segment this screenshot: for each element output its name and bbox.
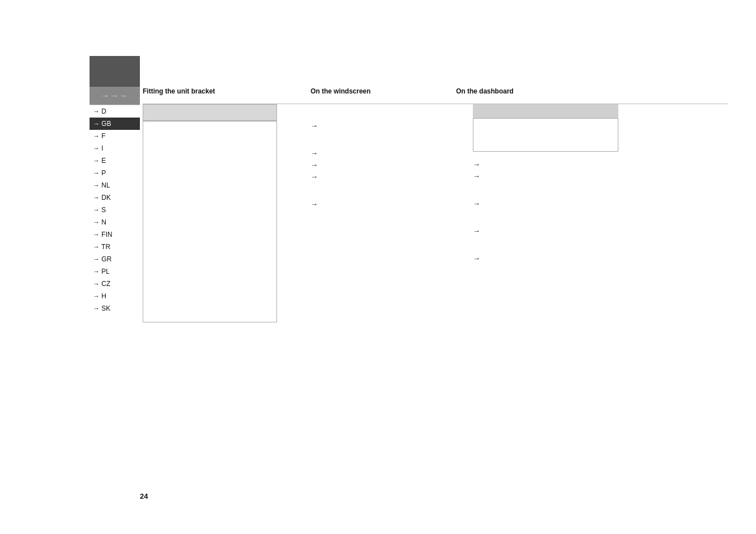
sidebar-item-cz[interactable]: → CZ — [90, 278, 140, 290]
col3-content: → → → → → — [473, 104, 641, 264]
sidebar-item-e[interactable]: → E — [90, 154, 140, 167]
sidebar: →→→ → D→ GB→ F→ I→ E→ P→ NL→ DK→ S→ N→ F… — [90, 56, 140, 315]
sidebar-item-pl[interactable]: → PL — [90, 265, 140, 278]
dashboard-arrow-4: → — [473, 225, 641, 237]
page-container: →→→ → D→ GB→ F→ I→ E→ P→ NL→ DK→ S→ N→ F… — [0, 0, 756, 534]
page-number: 24 — [140, 492, 148, 500]
dashboard-top-bar — [473, 104, 618, 118]
sidebar-item-i[interactable]: → I — [90, 142, 140, 154]
windscreen-arrow-5: → — [311, 198, 456, 210]
sidebar-arrows-label: →→→ — [90, 87, 140, 105]
col1-content — [143, 104, 294, 322]
columns-header: Fitting the unit bracket On the windscre… — [143, 87, 728, 95]
sidebar-item-f[interactable]: → F — [90, 130, 140, 142]
dashboard-arrow-1: → — [473, 158, 641, 170]
dashboard-arrow-5: → — [473, 252, 641, 264]
sidebar-item-gr[interactable]: → GR — [90, 253, 140, 265]
sidebar-item-tr[interactable]: → TR — [90, 241, 140, 253]
content-area: → → → → → — [143, 104, 728, 322]
sidebar-item-d[interactable]: → D — [90, 105, 140, 118]
bracket-top-bar — [143, 104, 277, 121]
dashboard-arrow-2: → — [473, 170, 641, 182]
col2-header: On the windscreen — [311, 87, 456, 95]
col3-header: On the dashboard — [456, 87, 624, 95]
sidebar-item-n[interactable]: → N — [90, 216, 140, 228]
dashboard-image — [473, 118, 618, 152]
windscreen-arrow-3: → — [311, 159, 456, 171]
sidebar-item-sk[interactable]: → SK — [90, 302, 140, 315]
dashboard-arrow-3: → — [473, 198, 641, 209]
windscreen-arrow-1: → — [311, 120, 456, 132]
sidebar-item-s[interactable]: → S — [90, 204, 140, 216]
sidebar-item-dk[interactable]: → DK — [90, 191, 140, 204]
bracket-image — [143, 121, 277, 322]
sidebar-item-fin[interactable]: → FIN — [90, 228, 140, 241]
col2-content: → → → → → — [311, 104, 456, 210]
sidebar-item-p[interactable]: → P — [90, 167, 140, 179]
sidebar-item-h[interactable]: → H — [90, 290, 140, 302]
windscreen-arrow-4: → — [311, 171, 456, 182]
sidebar-item-nl[interactable]: → NL — [90, 179, 140, 191]
sidebar-top-block — [90, 56, 140, 87]
sidebar-item-gb[interactable]: → GB — [90, 118, 140, 130]
windscreen-arrow-2: → — [311, 147, 456, 159]
col1-header: Fitting the unit bracket — [143, 87, 311, 95]
main-content: Fitting the unit bracket On the windscre… — [143, 87, 728, 322]
sidebar-items: → D→ GB→ F→ I→ E→ P→ NL→ DK→ S→ N→ FIN→ … — [90, 105, 140, 315]
